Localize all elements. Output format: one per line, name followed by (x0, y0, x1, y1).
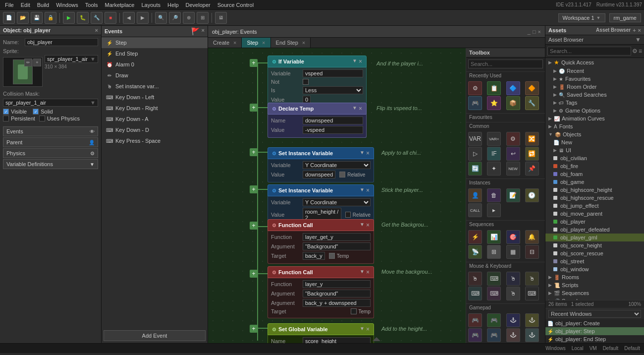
recent-end-step[interactable]: ⚡ obj_player: End Step (545, 335, 644, 343)
toolbox-seq-4[interactable]: 🔔 (525, 230, 539, 244)
toolbox-seq-3[interactable]: 🎯 (506, 230, 520, 244)
set-inst2-var-select[interactable]: Y Coordinate (303, 198, 371, 206)
status-default1[interactable]: Default (603, 346, 619, 351)
declare-temp-name[interactable]: downspeed (303, 117, 363, 124)
assets-sort-icon[interactable]: ≡ (639, 48, 642, 55)
open-btn[interactable]: 📂 (17, 12, 29, 24)
tree-obj-game[interactable]: obj_game (545, 178, 644, 186)
if-var-expand[interactable]: ▼ (352, 58, 357, 65)
event-step[interactable]: ⚡ Step (102, 37, 208, 48)
stop-btn[interactable]: ■ (105, 12, 116, 24)
toolbox-inst-5[interactable]: CALL (468, 203, 482, 217)
prev-btn[interactable]: ◀ (123, 12, 135, 24)
toolbox-icon-3[interactable]: 🔷 (506, 81, 520, 95)
tree-obj-player-defeated[interactable]: obj_player_defeated (545, 226, 644, 234)
add-node-btn-6[interactable]: + (250, 270, 258, 278)
toolbox-seq-1[interactable]: ⚡ (468, 230, 482, 244)
set-global-expand[interactable]: ▼ (360, 326, 365, 333)
menu-tools[interactable]: Tools (82, 1, 101, 9)
func-call1-expand[interactable]: ▼ (360, 222, 365, 229)
func-call1-function-value[interactable]: layer_get_y (303, 233, 371, 241)
tree-obj-foam[interactable]: obj_foam (545, 170, 644, 178)
add-node-btn-7[interactable]: + (250, 325, 258, 333)
tab-create[interactable]: Create × (208, 38, 242, 48)
clean-btn[interactable]: 🔧 (91, 12, 103, 24)
tab-step-close[interactable]: × (262, 40, 265, 46)
save-all-btn[interactable]: 🔒 (45, 12, 56, 24)
event-key-space[interactable]: ⌨ Key Press - Space (102, 135, 208, 146)
event-set-inst-var[interactable]: 🖱 Set instance var... (102, 81, 208, 92)
toolbox-mouse-8[interactable]: ⌨ (525, 287, 539, 300)
run-btn[interactable]: ▶ (63, 12, 75, 24)
toolbox-search-input[interactable] (468, 59, 543, 68)
toolbox-seq-7[interactable]: ▦ (506, 245, 520, 259)
add-event-btn[interactable]: Add Event (104, 330, 206, 341)
event-key-d[interactable]: ⌨ Key Down - D (102, 124, 208, 135)
toolbox-common-2[interactable]: VAR= (487, 132, 501, 146)
event-key-a[interactable]: ⌨ Key Down - A (102, 114, 208, 124)
tree-fonts[interactable]: ▶ A Fonts (545, 122, 644, 130)
func-call1-close[interactable]: × (366, 222, 370, 229)
new-btn[interactable]: 📄 (3, 12, 15, 24)
event-draw[interactable]: ✏ Draw (102, 70, 208, 81)
set-inst2-close[interactable]: × (366, 187, 370, 194)
toolbox-icon-5[interactable]: 🎮 (468, 96, 482, 110)
toolbox-icon-7[interactable]: 📦 (506, 96, 520, 110)
toolbox-mouse-3[interactable]: 🖱 (506, 272, 520, 286)
func-call1-target-value[interactable]: back_y (303, 252, 325, 260)
func-call2-close[interactable]: × (366, 269, 370, 276)
tree-obj-street[interactable]: obj_street (545, 257, 644, 265)
tab-end-step-close[interactable]: × (302, 40, 305, 46)
recent-create[interactable]: 📄 obj_player: Create (545, 319, 644, 327)
tree-tags[interactable]: ▶ 🏷 Tags (545, 99, 644, 107)
toolbox-icon-6[interactable]: ⭐ (487, 96, 501, 110)
save-btn[interactable]: 💾 (31, 12, 43, 24)
tree-new[interactable]: 📄 New (545, 138, 644, 146)
add-node-btn-5[interactable]: + (250, 222, 258, 230)
menu-layouts[interactable]: Layouts (138, 1, 163, 9)
asset-browser-tab[interactable]: Asset Browser (596, 27, 631, 33)
editor-window-max[interactable]: □ (533, 29, 536, 35)
set-global-close[interactable]: × (366, 326, 370, 333)
status-local[interactable]: Local (572, 346, 584, 351)
add-node-btn-3[interactable]: + (250, 148, 258, 156)
physics-btn[interactable]: Physics ⚙ (3, 148, 98, 158)
tab-step[interactable]: Step × (242, 38, 270, 48)
toolbox-inst-6[interactable]: ▸ (487, 203, 501, 217)
tree-obj-highscore-rescue[interactable]: obj_highscore_rescue (545, 194, 644, 202)
menu-edit[interactable]: Edit (18, 1, 33, 9)
scroll-up-btn[interactable] (373, 337, 380, 341)
toolbox-common-1[interactable]: VAR (468, 132, 482, 146)
toolbox-gp-1[interactable]: 🎮 (468, 313, 482, 327)
zoom-out-btn[interactable]: 🔎 (169, 12, 181, 24)
zoom-in-btn[interactable]: 🔍 (155, 12, 167, 24)
if-var-variable-value[interactable]: vspeed (303, 69, 363, 77)
editor-window-min[interactable]: _ (528, 29, 531, 35)
editor-canvas[interactable]: ⚙ If Variable ▼ × Variable vspeed (208, 48, 545, 343)
tree-recent[interactable]: ▶ 🕐 Recent (545, 67, 644, 75)
toolbox-gp-5[interactable]: 🎮 (468, 328, 482, 342)
tree-scripts[interactable]: ▶ 📜 Scripts (545, 281, 644, 289)
tab-end-step[interactable]: End Step × (271, 38, 311, 48)
next-btn[interactable]: ▶ (137, 12, 149, 24)
tree-objects[interactable]: ▼ 📦 Objects (545, 130, 644, 138)
toolbox-gp-2[interactable]: 🎮 (487, 313, 501, 327)
tree-obj-fire[interactable]: obj_fire (545, 162, 644, 170)
set-inst1-relative[interactable] (339, 172, 345, 178)
assets-filter-icon[interactable]: ⚙ (632, 48, 638, 55)
parent-btn[interactable]: Parent 👤 (3, 137, 98, 147)
toolbox-common-8[interactable]: 🔁 (525, 147, 539, 161)
event-key-left[interactable]: ⌨ Key Down - Left (102, 92, 208, 103)
solid-checkbox[interactable] (33, 109, 39, 115)
tree-obj-score-height[interactable]: obj_score_height (545, 241, 644, 249)
toolbox-icon-8[interactable]: 🔧 (525, 96, 539, 110)
toolbox-seq-8[interactable]: ⊟ (525, 245, 539, 259)
tree-quick-access[interactable]: ▶ ★ Quick Access (545, 58, 644, 67)
set-inst1-var-select[interactable]: Y Coordinate (303, 161, 371, 169)
if-var-close[interactable]: × (359, 58, 362, 65)
func-call2-expand[interactable]: ▼ (360, 269, 365, 276)
toolbox-gp-6[interactable]: 🎮 (487, 328, 501, 342)
toolbox-inst-1[interactable]: 👤 (468, 188, 482, 202)
tree-animation-curves[interactable]: ▶ 📈 Animation Curves (545, 115, 644, 122)
recent-step[interactable]: ⚡ obj_player: Step (545, 327, 644, 335)
